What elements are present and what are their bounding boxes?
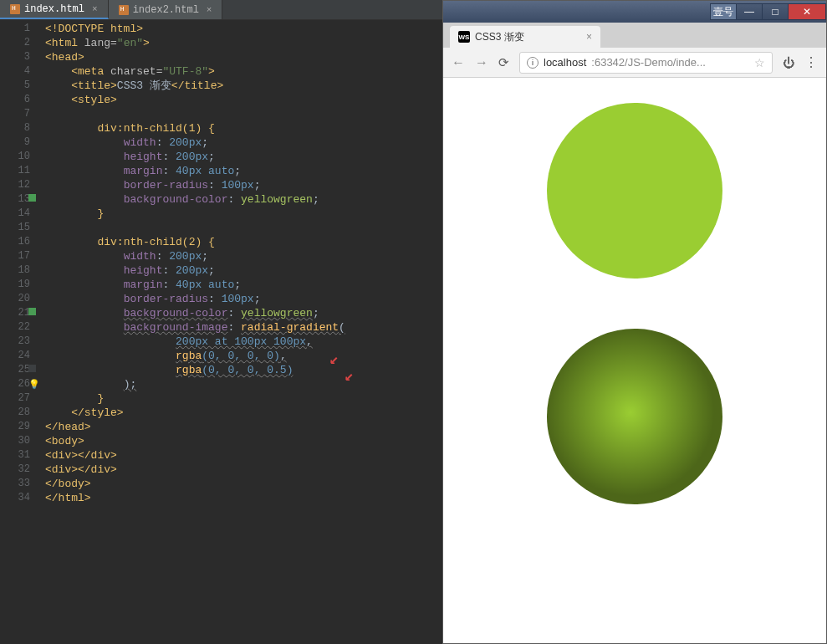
minimize-button[interactable]: —: [736, 3, 763, 20]
annotation-arrow-icon: ↙: [329, 353, 339, 367]
url-rest: :63342/JS-Demo/inde...: [591, 56, 706, 69]
browser-toolbar: ← → ⟳ i localhost:63342/JS-Demo/inde... …: [443, 48, 826, 78]
gutter-marker-icon: [28, 194, 36, 202]
back-button[interactable]: ←: [452, 55, 465, 70]
tab-index-html[interactable]: index.html ×: [0, 0, 109, 19]
code-area[interactable]: 1 2 3 4 5 6 7 8 9 10 11 12 13 14 15 16 1…: [0, 20, 442, 644]
favicon-icon: WS: [458, 31, 470, 43]
tab-index2-html[interactable]: index2.html ×: [109, 0, 223, 19]
page-content: [443, 78, 826, 643]
code-editor: index.html × index2.html × 1 2 3 4 5 6 7…: [0, 0, 442, 644]
gutter-marker-icon: [28, 308, 36, 315]
circle-plain: [547, 103, 722, 279]
gutter-marker-icon: [28, 365, 36, 372]
browser-tab[interactable]: WS CSS3 渐变 ×: [450, 26, 600, 48]
html-file-icon: [119, 5, 129, 15]
close-icon[interactable]: ×: [207, 5, 212, 15]
window-buttons: 壹号 — □ ✕: [711, 3, 826, 20]
circle-gradient: [547, 329, 722, 504]
maximize-button[interactable]: □: [762, 3, 789, 20]
line-gutter: 1 2 3 4 5 6 7 8 9 10 11 12 13 14 15 16 1…: [0, 20, 38, 644]
menu-button[interactable]: ⋮: [804, 54, 818, 70]
tab-label: index2.html: [133, 4, 199, 16]
close-icon[interactable]: ×: [586, 31, 592, 43]
site-info-icon[interactable]: i: [527, 57, 539, 69]
close-icon[interactable]: ×: [92, 4, 98, 14]
url-host: localhost: [544, 56, 586, 69]
reload-button[interactable]: ⟳: [498, 55, 509, 70]
bookmark-icon[interactable]: ☆: [754, 56, 765, 69]
editor-tabs: index.html × index2.html ×: [0, 0, 442, 20]
browser-tabstrip: WS CSS3 渐变 ×: [443, 23, 826, 48]
forward-button[interactable]: →: [475, 55, 488, 70]
html-file-icon: [10, 4, 20, 14]
browser-window: 壹号 — □ ✕ WS CSS3 渐变 × ← → ⟳ i localhost:…: [442, 0, 827, 644]
tab-label: index.html: [24, 3, 84, 15]
close-button[interactable]: ✕: [788, 3, 826, 20]
browser-tab-title: CSS3 渐变: [475, 30, 524, 44]
code-content[interactable]: <!DOCTYPE html> <html lang="en"> <head> …: [38, 20, 442, 644]
annotation-arrow-icon: ↙: [345, 370, 354, 384]
power-icon[interactable]: ⏻: [783, 56, 794, 69]
window-tag-button[interactable]: 壹号: [710, 3, 737, 20]
address-bar[interactable]: i localhost:63342/JS-Demo/inde... ☆: [519, 52, 773, 74]
window-titlebar[interactable]: 壹号 — □ ✕: [443, 1, 826, 23]
